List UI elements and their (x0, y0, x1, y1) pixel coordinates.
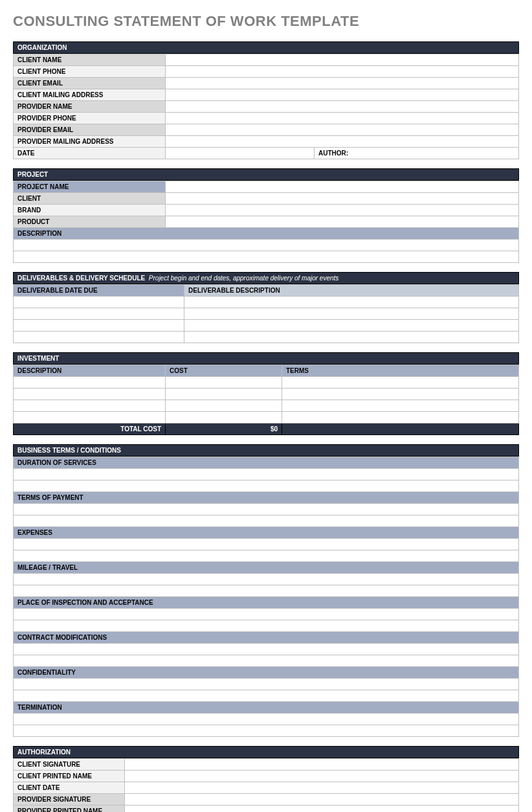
total-cost-label: TOTAL COST (14, 423, 166, 435)
input-brand[interactable] (166, 205, 519, 216)
label-provider-email: PROVIDER EMAIL (14, 124, 166, 136)
label-author[interactable]: AUTHOR: (315, 148, 519, 159)
input-client-name[interactable] (166, 54, 519, 66)
input-date[interactable] (166, 148, 315, 159)
input-provider-email[interactable] (166, 124, 519, 136)
label-provider-printed: PROVIDER PRINTED NAME (14, 806, 125, 813)
input-expenses-2[interactable] (14, 550, 519, 562)
label-mileage: MILEAGE / TRAVEL (14, 562, 519, 574)
inv-row4-cost[interactable] (166, 412, 282, 423)
label-client-sig: CLIENT SIGNATURE (14, 759, 125, 771)
deliverables-header-note: Project begin and end dates, approximate… (149, 275, 339, 282)
col-deliverable-desc: DELIVERABLE DESCRIPTION (184, 285, 519, 297)
label-description: DESCRIPTION (14, 228, 519, 240)
input-contract-mod-2[interactable] (14, 655, 519, 667)
authorization-header: AUTHORIZATION (13, 746, 519, 758)
inv-row3-cost[interactable] (166, 400, 282, 412)
input-description-line1[interactable] (14, 240, 519, 251)
input-duration-1[interactable] (14, 469, 519, 480)
label-contract-mod: CONTRACT MODIFICATIONS (14, 632, 519, 644)
label-date: DATE (14, 148, 166, 159)
label-place: PLACE OF INSPECTION AND ACCEPTANCE (14, 597, 519, 609)
deliv-row3-desc[interactable] (184, 320, 519, 332)
input-product[interactable] (166, 216, 519, 228)
input-expenses-1[interactable] (14, 539, 519, 550)
deliv-row1-due[interactable] (14, 297, 184, 308)
deliv-row4-due[interactable] (14, 332, 184, 343)
input-provider-printed[interactable] (125, 806, 519, 813)
project-header: PROJECT (13, 168, 519, 181)
inv-row2-desc[interactable] (14, 389, 166, 400)
deliverables-header: DELIVERABLES & DELIVERY SCHEDULE Project… (13, 272, 519, 284)
label-client-email: CLIENT EMAIL (14, 78, 166, 89)
input-description-line2[interactable] (14, 251, 519, 263)
input-mileage-1[interactable] (14, 574, 519, 585)
deliverables-section: DELIVERABLES & DELIVERY SCHEDULE Project… (13, 272, 519, 343)
input-client-sig[interactable] (125, 759, 519, 771)
deliv-row3-due[interactable] (14, 320, 184, 332)
input-mileage-2[interactable] (14, 585, 519, 597)
input-provider-name[interactable] (166, 101, 519, 113)
deliverables-table: DELIVERABLE DATE DUE DELIVERABLE DESCRIP… (13, 284, 519, 343)
input-client-printed[interactable] (125, 771, 519, 782)
inv-row2-cost[interactable] (166, 389, 282, 400)
label-product: PRODUCT (14, 216, 166, 228)
label-provider-phone: PROVIDER PHONE (14, 113, 166, 124)
input-confidentiality-1[interactable] (14, 679, 519, 690)
label-expenses: EXPENSES (14, 527, 519, 539)
inv-row3-desc[interactable] (14, 400, 166, 412)
inv-row3-terms[interactable] (282, 400, 519, 412)
input-contract-mod-1[interactable] (14, 644, 519, 655)
inv-row4-desc[interactable] (14, 412, 166, 423)
inv-row4-terms[interactable] (282, 412, 519, 423)
label-client-date: CLIENT DATE (14, 782, 125, 794)
label-provider-sig: PROVIDER SIGNATURE (14, 794, 125, 806)
project-table: PROJECT NAME CLIENT BRAND PRODUCT DESCRI… (13, 181, 519, 263)
input-place-1[interactable] (14, 609, 519, 620)
organization-header: ORGANIZATION (13, 41, 519, 54)
input-provider-phone[interactable] (166, 113, 519, 124)
input-provider-mailing[interactable] (166, 136, 519, 148)
label-provider-mailing: PROVIDER MAILING ADDRESS (14, 136, 166, 148)
col-inv-desc: DESCRIPTION (14, 365, 166, 377)
inv-row2-terms[interactable] (282, 389, 519, 400)
label-brand: BRAND (14, 205, 166, 216)
organization-table: CLIENT NAME CLIENT PHONE CLIENT EMAIL CL… (13, 54, 519, 159)
input-project-name[interactable] (166, 181, 519, 193)
input-terms-payment-1[interactable] (14, 504, 519, 515)
deliv-row4-desc[interactable] (184, 332, 519, 343)
label-client-mailing: CLIENT MAILING ADDRESS (14, 89, 166, 101)
input-client-email[interactable] (166, 78, 519, 89)
input-termination-2[interactable] (14, 725, 519, 737)
authorization-section: AUTHORIZATION CLIENT SIGNATURE CLIENT PR… (13, 746, 519, 812)
investment-section: INVESTMENT DESCRIPTION COST TERMS TOTAL … (13, 352, 519, 435)
label-project-name: PROJECT NAME (14, 181, 166, 193)
input-terms-payment-2[interactable] (14, 515, 519, 527)
deliv-row2-desc[interactable] (184, 308, 519, 320)
input-place-2[interactable] (14, 620, 519, 632)
col-inv-cost: COST (166, 365, 282, 377)
inv-row1-cost[interactable] (166, 377, 282, 389)
inv-row1-terms[interactable] (282, 377, 519, 389)
input-termination-1[interactable] (14, 714, 519, 725)
label-duration: DURATION OF SERVICES (14, 457, 519, 469)
authorization-table: CLIENT SIGNATURE CLIENT PRINTED NAME CLI… (13, 758, 519, 812)
business-terms-header: BUSINESS TERMS / CONDITIONS (13, 444, 519, 457)
deliv-row1-desc[interactable] (184, 297, 519, 308)
input-client-mailing[interactable] (166, 89, 519, 101)
project-section: PROJECT PROJECT NAME CLIENT BRAND PRODUC… (13, 168, 519, 263)
label-client: CLIENT (14, 193, 166, 205)
label-client-name: CLIENT NAME (14, 54, 166, 66)
business-terms-section: BUSINESS TERMS / CONDITIONS DURATION OF … (13, 444, 519, 737)
deliv-row2-due[interactable] (14, 308, 184, 320)
input-client-phone[interactable] (166, 66, 519, 78)
input-client-date[interactable] (125, 782, 519, 794)
organization-section: ORGANIZATION CLIENT NAME CLIENT PHONE CL… (13, 41, 519, 159)
input-confidentiality-2[interactable] (14, 690, 519, 702)
inv-row1-desc[interactable] (14, 377, 166, 389)
input-client[interactable] (166, 193, 519, 205)
input-provider-sig[interactable] (125, 794, 519, 806)
input-duration-2[interactable] (14, 480, 519, 492)
label-confidentiality: CONFIDENTIALITY (14, 667, 519, 679)
investment-header: INVESTMENT (13, 352, 519, 365)
